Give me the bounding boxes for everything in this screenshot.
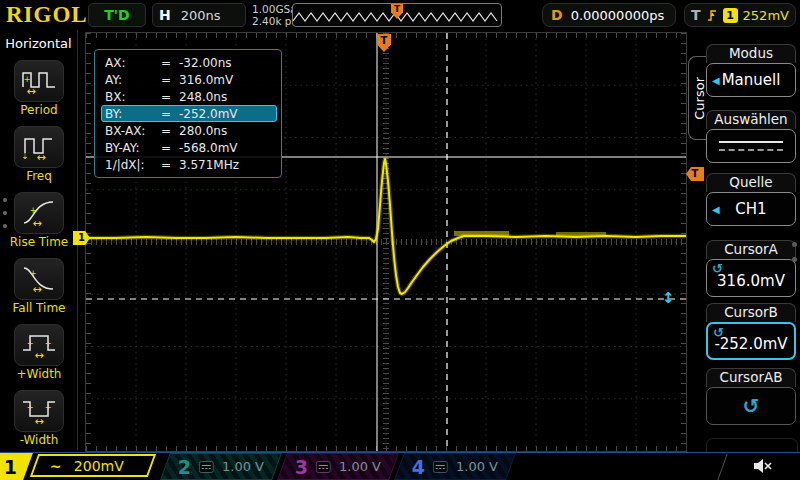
readout-row-bx: BX: = 248.0ns <box>101 88 277 105</box>
readout-row-byay: BY-AY: = -568.0mV <box>101 139 277 156</box>
measure-sidebar-title: Horizontal <box>0 36 77 51</box>
cursor-menu-panel: Cursor Modus ◀ Manuell Auswählen Quelle … <box>688 30 800 450</box>
menu-page-dots <box>792 242 797 262</box>
svg-text:↔: ↔ <box>32 217 41 228</box>
rigol-logo: RIGOL <box>6 2 88 28</box>
channel-4-scale: 1.00 V <box>456 459 498 474</box>
top-status-bar: RIGOL T'D H 200ns 1.00GSa/s 2.40k pts T … <box>0 0 800 30</box>
readout-row-bxax: BX-AX: = 280.0ns <box>101 122 277 139</box>
mute-button[interactable] <box>752 457 774 479</box>
rotate-knob-icon: ↺ <box>713 325 724 340</box>
channel-1-scale: 200mV <box>74 458 124 474</box>
trigger-label: T <box>691 7 701 23</box>
cursor-b-header: CursorB <box>706 303 796 322</box>
fall-time-icon: + ↔ <box>21 264 57 294</box>
auswaehlen-button[interactable] <box>706 129 796 163</box>
dc-coupling-icon <box>199 461 214 473</box>
sidebar-item-neg-width[interactable]: + + ↔ -Width <box>0 390 78 447</box>
rotate-knob-icon: ↺ <box>712 261 723 276</box>
menu-group-cursor-b: CursorB ↺ -252.0mV <box>706 303 796 360</box>
trigger-status-badge: T'D <box>88 3 146 27</box>
channel-3-block[interactable]: 3 1.00 V <box>277 453 399 480</box>
readout-row-by-selected: BY: = -252.0mV <box>101 105 277 122</box>
dc-coupling-icon <box>433 461 448 473</box>
channel-1-settings: ~ 200mV <box>30 454 156 477</box>
svg-text:⇣: ⇣ <box>21 151 29 161</box>
channel-1-badge: 1 <box>0 453 33 480</box>
waveform-display: T 1 T ↕ AX: = -32.00ns AY: = 316.0mV BX:… <box>85 32 687 452</box>
svg-text:↔: ↔ <box>32 283 41 294</box>
cursor-b-button[interactable]: ↺ -252.0mV <box>706 322 796 360</box>
svg-text:+: + <box>45 403 52 412</box>
channel-status-bar: 1 ~ 200mV 2 1.00 V 3 1.00 V <box>0 452 800 480</box>
sidebar-item-rise-time[interactable]: + ↔ Rise Time <box>0 192 78 249</box>
sidebar-item-period[interactable]: ↔ + Period <box>0 60 78 117</box>
delay-label: D <box>551 7 563 23</box>
trigger-source-badge: 1 <box>723 8 738 23</box>
svg-text:+: + <box>30 269 37 278</box>
auswaehlen-header: Auswählen <box>706 110 796 129</box>
menu-group-auswaehlen: Auswählen <box>706 110 796 163</box>
channel-2-block[interactable]: 2 1.00 V <box>160 453 282 480</box>
modus-button[interactable]: ◀ Manuell <box>706 63 796 97</box>
memory-waveform-preview[interactable]: T <box>292 3 502 27</box>
measure-sidebar: Horizontal ↔ + Period ⇣ ↔ Freq + ↔ Ri <box>0 30 78 450</box>
trigger-settings-box[interactable]: T 1 252mV <box>684 3 796 27</box>
dc-coupling-icon <box>316 461 331 473</box>
svg-text:↔: ↔ <box>26 85 35 96</box>
rise-time-icon: + ↔ <box>21 198 57 228</box>
menu-group-modus: Modus ◀ Manuell <box>706 44 796 97</box>
positive-width-icon: + + ↔ <box>21 330 57 360</box>
cursor-ab-header: CursorAB <box>706 368 796 387</box>
cursor-line-select-icon <box>719 141 783 151</box>
svg-text:+: + <box>30 206 37 215</box>
svg-text:↔: ↔ <box>36 151 45 162</box>
triangle-left-icon: ◀ <box>712 75 720 86</box>
sidebar-item-freq[interactable]: ⇣ ↔ Freq <box>0 126 78 183</box>
svg-text:↔: ↔ <box>34 415 43 426</box>
cursor-a-button[interactable]: ↺ 316.0mV <box>706 259 796 297</box>
readout-row-inv-dx: 1/|dX|: = 3.571MHz <box>101 156 277 173</box>
oscilloscope-screen: RIGOL T'D H 200ns 1.00GSa/s 2.40k pts T … <box>0 0 800 480</box>
menu-group-cursor-ab: CursorAB ↺ <box>706 368 796 425</box>
channel-4-block[interactable]: 4 1.00 V <box>394 453 516 480</box>
cursor-readout-box: AX: = -32.00ns AY: = 316.0mV BX: = 248.0… <box>94 49 282 178</box>
channel-3-scale: 1.00 V <box>339 459 381 474</box>
period-icon: ↔ + <box>21 66 57 96</box>
menu-group-cursor-a: CursorA ↺ 316.0mV <box>706 240 796 297</box>
negative-width-icon: + + ↔ <box>21 396 57 426</box>
triangle-left-icon: ◀ <box>712 204 720 215</box>
trigger-level-value: 252mV <box>743 8 789 23</box>
delay-box[interactable]: D 0.00000000ps <box>542 3 676 27</box>
quelle-button[interactable]: ◀ CH1 <box>706 192 796 226</box>
svg-text:+: + <box>24 75 31 84</box>
trigger-edge-icon <box>706 8 718 22</box>
cursor-a-header: CursorA <box>706 240 796 259</box>
trigger-status-text: T'D <box>104 7 129 23</box>
channel-2-scale: 1.00 V <box>222 459 264 474</box>
delay-value: 0.00000000ps <box>571 8 665 23</box>
modus-header: Modus <box>706 44 796 63</box>
svg-text:+: + <box>45 339 52 348</box>
rotate-knob-icon: ↺ <box>743 394 760 418</box>
quelle-header: Quelle <box>706 173 796 192</box>
timebase-value: 200ns <box>181 8 221 23</box>
horizontal-timebase-box[interactable]: H 200ns <box>152 3 246 27</box>
svg-text:+: + <box>27 403 34 412</box>
readout-row-ax: AX: = -32.00ns <box>101 54 277 71</box>
ac-coupling-icon: ~ <box>50 458 62 474</box>
svg-text:↔: ↔ <box>34 349 43 360</box>
svg-text:+: + <box>27 339 34 348</box>
horizontal-label: H <box>159 7 171 23</box>
frequency-icon: ⇣ ↔ <box>21 132 57 162</box>
sidebar-page-dots <box>3 198 7 228</box>
cursor-b-drag-handle[interactable]: ↕ <box>662 289 675 307</box>
cursor-ab-button[interactable]: ↺ <box>706 387 796 425</box>
sidebar-item-pos-width[interactable]: + + ↔ +Width <box>0 324 78 381</box>
speaker-muted-icon <box>752 457 774 475</box>
sound-divider <box>717 454 727 480</box>
menu-group-quelle: Quelle ◀ CH1 <box>706 173 796 226</box>
readout-row-ay: AY: = 316.0mV <box>101 71 277 88</box>
sidebar-item-fall-time[interactable]: + ↔ Fall Time <box>0 258 78 315</box>
